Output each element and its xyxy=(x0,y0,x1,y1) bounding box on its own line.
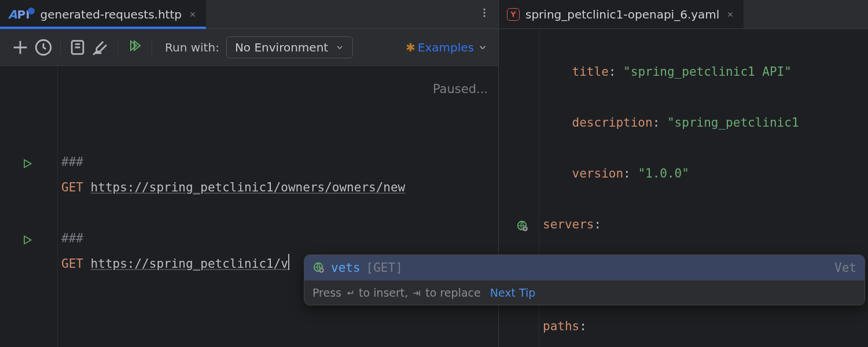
text-cursor xyxy=(288,254,289,270)
svg-point-1 xyxy=(484,12,486,14)
svg-point-0 xyxy=(484,9,486,10)
completion-footer: Press to insert, to replace Next Tip xyxy=(304,280,865,305)
active-tab-indicator xyxy=(0,27,206,29)
star-icon: ✱ xyxy=(406,40,415,54)
close-icon[interactable] xyxy=(725,9,735,20)
run-request-button[interactable] xyxy=(21,234,34,246)
endpoint-gutter-icon[interactable] xyxy=(516,220,529,232)
run-request-button[interactable] xyxy=(21,157,34,170)
http-api-icon: API xyxy=(8,8,35,21)
structure-button[interactable] xyxy=(68,38,87,57)
endpoint-icon xyxy=(312,261,325,274)
completion-popup: vets [GET] Vet Press to insert, to repla… xyxy=(304,254,865,305)
tab-generated-requests[interactable]: API generated-requests.http xyxy=(0,0,206,28)
examples-label: Examples xyxy=(418,40,474,54)
tab-label: generated-requests.http xyxy=(41,8,182,21)
close-icon[interactable] xyxy=(187,9,198,20)
run-all-button[interactable] xyxy=(125,38,145,57)
next-tip-link[interactable]: Next Tip xyxy=(490,286,536,299)
tab-overflow-button[interactable] xyxy=(470,0,498,28)
yaml-file-icon: Y xyxy=(507,8,520,21)
history-button[interactable] xyxy=(34,38,53,57)
http-method: GET xyxy=(61,180,83,194)
enter-key-icon xyxy=(345,286,355,299)
environment-select[interactable]: No Environment xyxy=(226,36,353,58)
completion-name: vets xyxy=(331,261,361,275)
http-method: GET xyxy=(61,257,83,271)
toolbar-separator xyxy=(117,39,118,56)
more-vertical-icon xyxy=(479,7,490,21)
completion-origin: Vet xyxy=(834,261,856,275)
toolbar-separator xyxy=(60,39,61,56)
svg-point-2 xyxy=(484,15,486,17)
examples-dropdown[interactable]: ✱ Examples xyxy=(406,40,488,54)
completion-type: [GET] xyxy=(366,261,403,275)
http-url: https://spring_petclinic1/v xyxy=(91,257,288,271)
http-toolbar: Run with: No Environment ✱ Examples xyxy=(0,29,498,66)
run-with-label: Run with: xyxy=(165,40,219,54)
tab-label: spring_petclinic1-openapi_6.yaml xyxy=(525,8,719,21)
tab-key-icon xyxy=(411,286,422,299)
http-url: https://spring_petclinic1/owners/owners/… xyxy=(91,180,406,194)
request-separator: ### xyxy=(61,155,83,169)
completion-item[interactable]: vets [GET] Vet xyxy=(304,255,865,280)
left-tab-bar: API generated-requests.http xyxy=(0,0,498,29)
toolbar-separator xyxy=(152,39,152,56)
tab-openapi-yaml[interactable]: Y spring_petclinic1-openapi_6.yaml xyxy=(499,0,744,28)
right-tab-bar: Y spring_petclinic1-openapi_6.yaml xyxy=(499,0,868,29)
editor-gutter xyxy=(0,66,58,347)
environment-value: No Environment xyxy=(235,40,328,54)
import-button[interactable] xyxy=(91,38,111,57)
add-request-button[interactable] xyxy=(10,38,30,57)
request-separator: ### xyxy=(61,231,83,245)
editor-status: Paused... xyxy=(433,76,488,102)
